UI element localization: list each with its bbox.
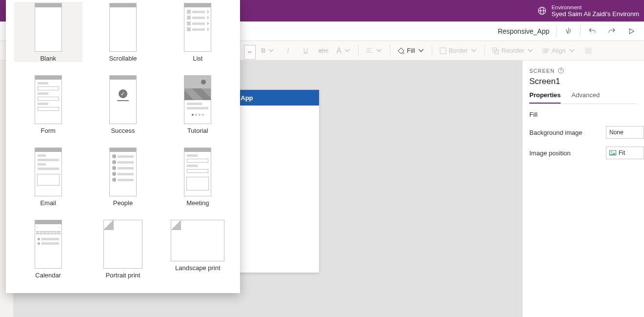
gallery-item-blank[interactable]: Blank (14, 2, 82, 62)
gallery-item-people[interactable]: People (89, 147, 157, 207)
separator (580, 26, 581, 37)
gallery-item-landscape-print[interactable]: Landscape print (163, 219, 232, 272)
underline-button[interactable]: U (298, 43, 313, 59)
redo-icon[interactable] (604, 23, 620, 39)
bold-button[interactable]: B (258, 43, 278, 59)
italic-button[interactable]: I (280, 43, 296, 59)
play-icon[interactable] (624, 23, 639, 39)
strikethrough-button[interactable]: abc (315, 43, 331, 59)
globe-icon (537, 6, 547, 16)
reorder-button[interactable]: Reorder (489, 43, 537, 59)
gallery-item-email[interactable]: Email (14, 147, 82, 207)
image-position-select[interactable]: Fit (606, 147, 644, 159)
svg-rect-5 (585, 48, 591, 54)
fill-button[interactable]: Fill (394, 43, 428, 59)
tab-properties[interactable]: Properties (529, 91, 561, 104)
image-icon (609, 150, 616, 156)
environment-picker[interactable]: Environment Syed Saim Ali Zaidi's Enviro… (537, 4, 640, 18)
gallery-item-portrait-print[interactable]: Portrait print (89, 219, 157, 279)
prop-image-position: Image position Fit (529, 147, 644, 159)
prop-background-image: Background image None (529, 126, 644, 139)
gallery-item-form[interactable]: Form (14, 74, 82, 134)
environment-label: Environment (552, 4, 640, 11)
svg-rect-6 (587, 49, 590, 52)
gallery-item-tutorial[interactable]: Tutorial (163, 74, 232, 134)
screen-name: Screen1 (529, 77, 644, 86)
tab-advanced[interactable]: Advanced (571, 91, 600, 104)
properties-pane: SCREEN Screen1 Properties Advanced Fill … (522, 61, 644, 317)
undo-icon[interactable] (584, 23, 600, 39)
new-screen-gallery: Blank Scrollable List Form ✓ Success (6, 0, 240, 293)
text-align-button[interactable] (362, 43, 386, 59)
environment-name: Syed Saim Ali Zaidi's Environm (552, 11, 640, 18)
gallery-item-success[interactable]: ✓ Success (89, 74, 157, 134)
svg-rect-2 (440, 48, 446, 54)
separator (556, 26, 557, 37)
app-checker-icon[interactable] (561, 23, 576, 39)
property-tabs: Properties Advanced (529, 91, 637, 104)
background-image-select[interactable]: None (606, 126, 644, 139)
pane-section-label: SCREEN (529, 67, 644, 74)
property-dropdown[interactable] (244, 45, 256, 60)
app-name: Responsive_App (498, 27, 549, 35)
border-button[interactable]: Border (436, 43, 481, 59)
gallery-item-scrollable[interactable]: Scrollable (89, 2, 157, 62)
gallery-item-list[interactable]: List (163, 2, 232, 62)
gallery-item-calendar[interactable]: ‹› Calendar (14, 219, 82, 279)
font-color-button[interactable]: A (333, 43, 354, 59)
help-icon[interactable] (558, 67, 564, 74)
svg-point-9 (611, 151, 612, 153)
gallery-item-meeting[interactable]: Meeting (163, 147, 232, 207)
prop-fill: Fill (529, 111, 644, 118)
group-button[interactable] (581, 43, 596, 59)
align-button[interactable]: Align (539, 43, 579, 59)
